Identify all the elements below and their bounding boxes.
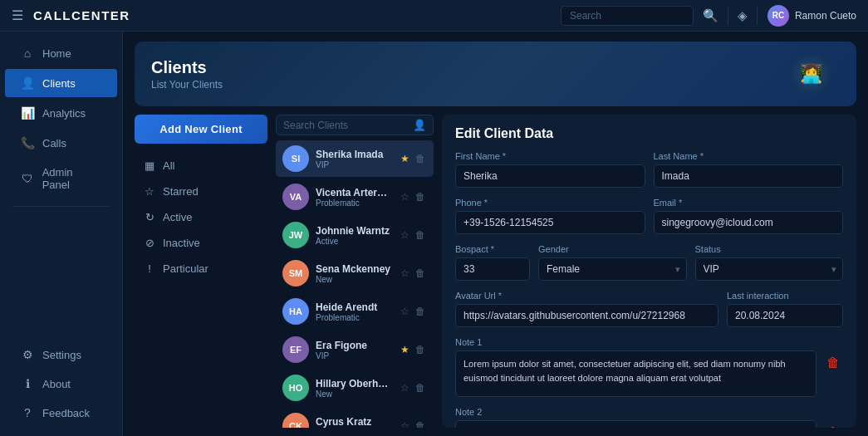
gender-select[interactable]: Male Female Other — [538, 257, 687, 281]
note1-delete-button[interactable]: 🗑 — [823, 354, 843, 372]
client-tag: Problematic — [316, 198, 392, 208]
search-input[interactable] — [561, 6, 694, 26]
status-select[interactable]: VIP Active Inactive New Problematic — [695, 257, 844, 281]
client-item[interactable]: HO Hillary Oberhaus New ☆ 🗑 — [276, 370, 434, 406]
client-info: Era Figone VIP — [316, 340, 392, 360]
filter-all[interactable]: ▦ All — [135, 154, 267, 178]
edit-panel: Edit Client Data First Name * Last Name … — [442, 115, 856, 428]
analytics-icon: 📊 — [20, 106, 35, 120]
search-icon[interactable]: 🔍 — [699, 7, 723, 25]
hero-text: Clients List Your Clients — [151, 58, 223, 91]
client-list: SI Sherika Imada VIP ★ 🗑 VA Vicenta Arte… — [276, 140, 434, 428]
filter-inactive[interactable]: ⊘ Inactive — [135, 231, 267, 255]
active-icon: ↻ — [143, 211, 156, 223]
star-button[interactable]: ☆ — [399, 228, 411, 242]
delete-button[interactable]: 🗑 — [414, 190, 427, 203]
sidebar-item-admin[interactable]: 🛡 Admin Panel — [5, 159, 117, 198]
sidebar-item-home[interactable]: ⌂ Home — [5, 39, 117, 67]
filter-particular[interactable]: ! Particular — [135, 257, 267, 281]
sidebar-divider — [12, 206, 110, 207]
phone-input[interactable] — [455, 211, 645, 234]
star-button[interactable]: ☆ — [399, 419, 411, 428]
client-item[interactable]: SI Sherika Imada VIP ★ 🗑 — [276, 140, 434, 177]
client-name: Johnnie Warntz — [316, 225, 392, 237]
filter-label: All — [163, 159, 174, 172]
filter-label: Inactive — [163, 237, 200, 249]
inactive-icon: ⊘ — [143, 237, 156, 249]
particular-icon: ! — [143, 262, 156, 275]
sidebar-bottom: ⚙ Settings ℹ About ? Feedback — [0, 340, 122, 436]
filter-starred[interactable]: ☆ Starred — [135, 179, 267, 203]
sidebar-item-label: Calls — [42, 137, 66, 149]
client-search-input[interactable] — [283, 120, 408, 131]
delete-button[interactable]: 🗑 — [414, 152, 427, 165]
first-name-group: First Name * — [455, 151, 645, 188]
note2-textarea[interactable] — [455, 420, 817, 428]
sidebar: ⌂ Home 👤 Clients 📊 Analytics 📞 Calls 🛡 A… — [0, 32, 123, 436]
delete-button[interactable]: 🗑 — [414, 381, 427, 394]
nav-divider — [728, 7, 728, 25]
hero-icon: 👩‍💻 — [800, 63, 822, 85]
note1-group: Note 1 🗑 — [455, 337, 843, 397]
client-tag: New — [316, 389, 392, 399]
email-input[interactable] — [654, 211, 844, 234]
star-button[interactable]: ★ — [399, 152, 411, 165]
client-list-panel: 👤 SI Sherika Imada VIP ★ 🗑 VA Vicenta Ar… — [276, 115, 434, 428]
avatar-url-input[interactable] — [455, 304, 718, 327]
sidebar-item-about[interactable]: ℹ About — [5, 370, 117, 398]
sidebar-item-feedback[interactable]: ? Feedback — [5, 399, 117, 427]
first-name-label: First Name * — [455, 151, 645, 161]
add-client-icon[interactable]: 👤 — [413, 119, 426, 131]
sidebar-item-analytics[interactable]: 📊 Analytics — [5, 99, 117, 127]
user-menu[interactable]: RC Ramon Cueto — [767, 5, 856, 27]
delete-button[interactable]: 🗑 — [414, 228, 427, 242]
details-row: Bospact * Gender Male Female Other — [455, 244, 843, 281]
client-actions: ☆ 🗑 — [399, 267, 427, 280]
last-interaction-label: Last interaction — [727, 291, 843, 301]
email-group: Email * — [654, 198, 844, 234]
hamburger-icon[interactable]: ☰ — [12, 7, 23, 23]
client-item[interactable]: JW Johnnie Warntz Active ☆ 🗑 — [276, 217, 434, 253]
sidebar-item-settings[interactable]: ⚙ Settings — [5, 340, 117, 369]
client-item[interactable]: CK Cyrus Kratz New ☆ 🗑 — [276, 408, 434, 428]
client-item[interactable]: HA Heide Arendt Problematic ☆ 🗑 — [276, 293, 434, 330]
note1-textarea[interactable] — [455, 350, 817, 397]
client-avatar: EF — [282, 336, 309, 363]
star-button[interactable]: ☆ — [399, 190, 411, 203]
note2-delete-button[interactable]: 🗑 — [823, 424, 843, 428]
client-info: Heide Arendt Problematic — [316, 301, 392, 322]
delete-button[interactable]: 🗑 — [414, 419, 427, 428]
client-actions: ☆ 🗑 — [399, 419, 427, 428]
star-button[interactable]: ☆ — [399, 267, 411, 280]
sidebar-item-calls[interactable]: 📞 Calls — [5, 129, 117, 157]
add-new-client-button[interactable]: Add New Client — [135, 115, 267, 144]
client-tag: VIP — [316, 351, 392, 360]
first-name-input[interactable] — [455, 164, 645, 188]
bospact-input[interactable] — [455, 257, 530, 281]
location-icon[interactable]: ◈ — [733, 7, 752, 25]
star-button[interactable]: ★ — [399, 343, 411, 356]
client-item[interactable]: VA Vicenta Arterberry Problematic ☆ 🗑 — [276, 179, 434, 215]
filter-active[interactable]: ↻ Active — [135, 205, 267, 229]
calls-icon: 📞 — [20, 136, 35, 149]
sidebar-item-label: Clients — [42, 77, 76, 90]
delete-button[interactable]: 🗑 — [414, 343, 427, 356]
star-button[interactable]: ☆ — [399, 381, 411, 394]
last-name-input[interactable] — [654, 164, 844, 188]
last-name-group: Last Name * — [654, 151, 844, 188]
client-item[interactable]: EF Era Figone VIP ★ 🗑 — [276, 331, 434, 368]
client-actions: ☆ 🗑 — [399, 381, 427, 394]
last-interaction-input[interactable] — [727, 304, 843, 327]
star-button[interactable]: ☆ — [399, 305, 411, 318]
main-content: Clients List Your Clients 👩‍💻 Add New Cl… — [123, 32, 868, 436]
delete-button[interactable]: 🗑 — [414, 267, 427, 280]
gender-select-wrapper: Male Female Other — [538, 257, 687, 281]
sidebar-item-label: About — [42, 378, 71, 390]
sidebar-item-clients[interactable]: 👤 Clients — [5, 69, 117, 97]
main-layout: ⌂ Home 👤 Clients 📊 Analytics 📞 Calls 🛡 A… — [0, 32, 868, 436]
delete-button[interactable]: 🗑 — [414, 305, 427, 318]
client-actions: ★ 🗑 — [399, 152, 427, 165]
about-icon: ℹ — [20, 377, 35, 390]
client-item[interactable]: SM Sena Mckenney New ☆ 🗑 — [276, 255, 434, 291]
client-name: Sherika Imada — [316, 149, 392, 160]
